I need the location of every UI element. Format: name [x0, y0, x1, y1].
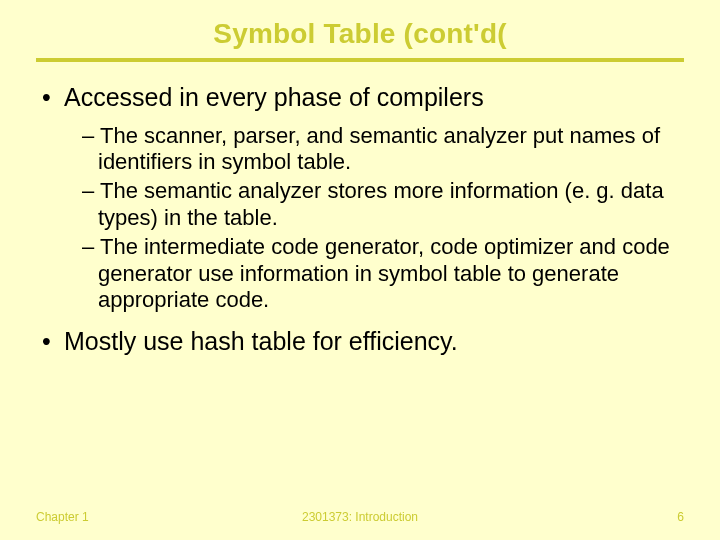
footer-page-number: 6: [677, 510, 684, 524]
bullet-level-2: The semantic analyzer stores more inform…: [82, 178, 684, 232]
sublist: The scanner, parser, and semantic analyz…: [40, 123, 684, 315]
footer-left: Chapter 1: [36, 510, 89, 524]
bullet-level-1: Accessed in every phase of compilers: [40, 82, 684, 113]
bullet-level-1: Mostly use hash table for efficiency.: [40, 326, 684, 357]
slide-footer: Chapter 1 2301373: Introduction 6: [0, 510, 720, 524]
footer-center: 2301373: Introduction: [0, 510, 720, 524]
slide: Symbol Table (cont'd( Accessed in every …: [0, 0, 720, 540]
bullet-level-2: The scanner, parser, and semantic analyz…: [82, 123, 684, 177]
slide-body: Accessed in every phase of compilers The…: [36, 62, 684, 357]
slide-title: Symbol Table (cont'd(: [36, 18, 684, 56]
bullet-level-2: The intermediate code generator, code op…: [82, 234, 684, 314]
